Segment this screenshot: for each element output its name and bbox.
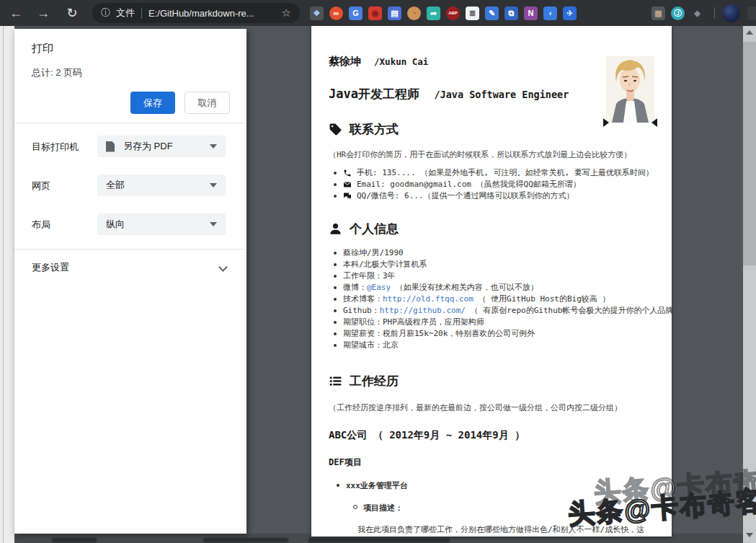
adblock-abp-extension-icon[interactable]: ABP <box>446 6 460 20</box>
github-link[interactable]: http://github.com/ <box>380 306 466 315</box>
resume-job-title-en: /Java Software Engineer <box>434 89 569 100</box>
apps-grid-extension-icon[interactable]: ❖ <box>310 6 324 20</box>
jw-teal-extension-icon[interactable]: Ⓙ <box>671 6 685 20</box>
page-info-icon[interactable]: ⓘ <box>101 6 110 19</box>
portrait-image <box>606 56 654 123</box>
personal-item: 微博：@Easy （如果没有技术相关内容，也可以不放） <box>340 282 654 293</box>
destination-label: 目标打印机 <box>32 141 79 154</box>
white-memo-extension-icon[interactable]: ≣ <box>466 6 479 20</box>
address-divider <box>141 8 142 19</box>
destination-select[interactable]: 另存为 PDF <box>97 136 226 157</box>
address-bar[interactable]: ⓘ 文件 E:/GitHub/markdown-re... ☆ <box>92 3 300 23</box>
dropdown-caret-icon <box>210 183 217 187</box>
print-dialog: 打印 总计: 2 页码 保存 取消 目标打印机 另存为 PDF 网页 全部 布局… <box>14 29 246 534</box>
save-button[interactable]: 保存 <box>130 92 175 114</box>
layout-select[interactable]: 纵向 <box>97 213 226 235</box>
personal-item: 工作年限：3年 <box>340 270 654 282</box>
destination-value: 另存为 PDF <box>123 140 173 153</box>
personal-item: 期望城市：北京 <box>340 340 654 351</box>
profile-avatar[interactable] <box>722 4 740 22</box>
photo-handle-left-icon <box>603 118 609 127</box>
blog-link[interactable]: http://old.ftqq.com <box>383 294 473 304</box>
resume-photo <box>606 56 654 123</box>
red-reader-extension-icon[interactable]: ◉ <box>368 6 382 20</box>
pages-select[interactable]: 全部 <box>97 175 226 196</box>
resume-name-en: /Xukun Cai <box>374 56 428 67</box>
blue-clip-extension-icon[interactable]: ✎ <box>485 6 499 20</box>
browser-toolbar: ← → ↻ ⓘ 文件 E:/GitHub/markdown-re... ☆ ❖∞… <box>0 0 756 26</box>
phone-icon <box>343 169 352 177</box>
obscured-text-fragment <box>203 538 288 542</box>
obscured-text-fragment <box>52 538 97 542</box>
layout-value: 纵向 <box>106 218 125 231</box>
blue-book-extension-icon[interactable]: ▤ <box>388 6 401 20</box>
screen: ← → ↻ ⓘ 文件 E:/GitHub/markdown-re... ☆ ❖∞… <box>0 0 756 543</box>
pages-value: 全部 <box>106 179 125 192</box>
gray-diamond-extension-icon[interactable]: ◆ <box>690 6 704 20</box>
personal-item: 蔡徐坤/男/1990 <box>340 247 654 259</box>
chevron-down-icon[interactable] <box>218 262 228 272</box>
personal-list: 蔡徐坤/男/1990 本科/北极大学计算机系 工作年限：3年 微博：@Easy … <box>329 247 654 351</box>
onenote-extension-icon[interactable]: N <box>524 6 538 20</box>
more-settings-toggle[interactable]: 更多设置 <box>32 261 69 274</box>
print-dialog-title: 打印 <box>32 42 53 56</box>
blue-bird-extension-icon[interactable]: ✈ <box>563 6 577 20</box>
layout-label: 布局 <box>32 218 50 231</box>
photo-handle-right-icon <box>652 118 657 127</box>
personal-item: Github：http://github.com/ （ 有原创repo的Gith… <box>340 305 654 317</box>
blue-frame-extension-icon[interactable]: ⧉ <box>504 6 518 20</box>
scrollbar-up-icon[interactable] <box>746 30 753 35</box>
reload-icon[interactable]: ↻ <box>62 5 82 21</box>
personal-item: 技术博客：http://old.ftqq.com （ 使用GitHub Host… <box>340 293 654 305</box>
dialog-divider <box>14 249 246 250</box>
weibo-link[interactable]: @Easy <box>367 283 391 292</box>
contact-list: 手机: 135.... （如果是外地手机, 可注明。如经常关机, 要写上最优联系… <box>329 167 654 202</box>
back-icon[interactable]: ← <box>6 6 26 21</box>
extension-strip: ❖∞G◉▤◔➦ABP≣✎⧉N◖✈▦Ⓙ◆ <box>310 6 704 20</box>
contact-item-phone: 手机: 135.... （如果是外地手机, 可注明。如经常关机, 要写上最优联系… <box>340 167 654 179</box>
chat-icon <box>343 192 352 200</box>
toolbar-separator <box>714 7 715 19</box>
bookmark-star-icon[interactable]: ☆ <box>282 6 291 19</box>
personal-item: 期望职位：PHP高级程序员，应用架构师 <box>340 317 654 328</box>
underlying-page-left-edge <box>0 26 14 543</box>
clipped-extension-icon[interactable] <box>747 6 756 20</box>
dropdown-caret-icon <box>210 144 217 149</box>
pdf-document-icon <box>106 141 115 152</box>
dialog-divider <box>14 123 246 123</box>
project-heading: DEF项目 <box>329 456 654 469</box>
contact-item-email: Email: goodman@gmail.com （虽然我觉得QQ邮箱无所谓） <box>340 179 654 190</box>
tag-icon <box>329 123 342 136</box>
pages-label: 网页 <box>32 180 50 193</box>
obscured-text-fragment <box>308 538 450 542</box>
contact-item-qq-wechat: QQ/微信号: 6...（提供一个通过网络可以联系到你的方式） <box>340 190 654 202</box>
print-preview-page: 蔡徐坤 /Xukun Cai Java开发工程师 /Java Software … <box>311 26 672 537</box>
email-icon <box>343 180 352 189</box>
print-total-pages: 总计: 2 页码 <box>32 66 82 79</box>
address-scheme-label: 文件 <box>116 6 135 19</box>
blue-drop-extension-icon[interactable]: ◖ <box>543 6 557 20</box>
company-heading: ABC公司 （ 2012年9月 ~ 2014年9月 ） <box>329 429 654 442</box>
dropdown-caret-icon <box>210 222 217 226</box>
personal-item: 期望薪资：税前月薪15k~20k，特别喜欢的公司可例外 <box>340 328 654 340</box>
infinity-extension-icon[interactable]: ∞ <box>329 6 343 20</box>
muted-image-extension-icon[interactable]: ▦ <box>652 6 665 20</box>
work-section-heading: 工作经历 <box>329 373 654 389</box>
orange-coin-extension-icon[interactable]: ◔ <box>407 6 421 20</box>
personal-section-heading: 个人信息 <box>329 221 654 237</box>
cancel-button[interactable]: 取消 <box>184 92 230 114</box>
translate-extension-icon[interactable]: G <box>349 6 363 20</box>
contact-note: （HR会打印你的简历，用于在面试的时候联系，所以联系方式放到最上边会比较方便） <box>329 149 654 160</box>
forward-icon[interactable]: → <box>33 6 53 21</box>
address-url[interactable]: E:/GitHub/markdown-re... <box>148 8 276 19</box>
scrollbar-down-icon[interactable] <box>746 533 753 537</box>
work-note: （工作经历按逆序排列，最新的在最前边，按公司做一级分组，公司内按二级分组） <box>329 402 654 413</box>
person-icon <box>329 222 342 236</box>
teal-export-extension-icon[interactable]: ➦ <box>427 6 440 20</box>
scrollbar-thumb[interactable] <box>743 42 756 265</box>
list-icon <box>329 374 342 388</box>
personal-item: 本科/北极大学计算机系 <box>340 259 654 270</box>
